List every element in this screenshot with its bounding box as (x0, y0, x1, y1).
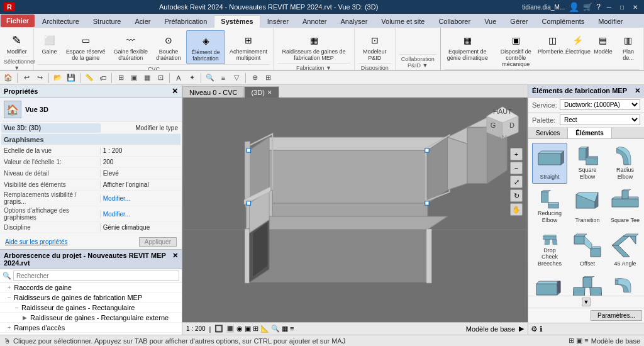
remplacements-value[interactable]: Modifier... (100, 194, 180, 203)
tab-collaborer[interactable]: Collaborer (431, 15, 477, 28)
tab-structure[interactable]: Structure (86, 15, 128, 28)
toolbar-grid[interactable]: ⊞ (262, 72, 274, 84)
dispositif-button[interactable]: ▣ Dispositif de contrôle mécanique (492, 30, 539, 69)
tree-search-input[interactable] (13, 271, 179, 281)
element-breeches[interactable]: Breeches (570, 273, 605, 296)
toolbar-view1[interactable]: ⊞ (115, 72, 126, 84)
toolbar-extra1[interactable]: A (173, 72, 184, 84)
toolbar-measure[interactable]: 📏 (84, 72, 95, 84)
tab-elements[interactable]: Éléments (568, 128, 611, 138)
tab-systemes[interactable]: Systèmes (214, 15, 260, 28)
tab-complements[interactable]: Compléments (535, 15, 591, 28)
properties-close[interactable]: ✕ (172, 87, 178, 96)
element-offset[interactable]: Offset (570, 230, 605, 271)
toolbar-snap[interactable]: ⊕ (249, 72, 260, 84)
vtab-niveau0[interactable]: Niveau 0 - CVC (182, 86, 244, 98)
params-button[interactable]: Paramètres... (591, 310, 642, 321)
ribbon-group-modifier: ✎ Modifier Sélectionner ▼ (0, 28, 34, 70)
element-square-tee[interactable]: Square Tee (608, 186, 643, 227)
element-fabrication-button[interactable]: ◈ Élément de fabrication (186, 30, 225, 64)
info-icon[interactable]: ℹ (540, 325, 543, 333)
toolbar-home[interactable]: 🏠 (3, 72, 14, 84)
toolbar-open[interactable]: 📂 (52, 72, 64, 84)
elements-scroll-down[interactable]: ▼ (528, 296, 644, 308)
minimize-button[interactable]: ─ (604, 4, 614, 11)
tab-acier[interactable]: Acier (128, 15, 157, 28)
tree-item-raidisseur-rect[interactable]: – Raidisseur de gaines - Rectangulaire (0, 303, 182, 313)
rotate-ctrl[interactable]: ↻ (510, 189, 523, 202)
modifier-button[interactable]: ✎ Modifier (6, 30, 28, 57)
vtab-3d[interactable]: (3D) ✕ (244, 86, 279, 98)
modeleur-button[interactable]: ⊡ Modeleur P&ID (358, 30, 391, 63)
toolbar-layers[interactable]: ≡ (218, 72, 229, 84)
gaine-button[interactable]: ⬜ Gaine (38, 30, 60, 57)
tab-services[interactable]: Services (528, 128, 568, 138)
gaine-flexible-button[interactable]: 〰 Gaine flexible d'aération (111, 30, 151, 63)
espace-reserve-button[interactable]: ▭ Espace réservé de la gaine (63, 30, 108, 63)
tab-annoter[interactable]: Annoter (296, 15, 334, 28)
aide-properties-link[interactable]: Aide sur les propriétés (3, 237, 70, 247)
toolbar-extra2[interactable]: ✦ (186, 72, 197, 84)
fit-view-ctrl[interactable]: ⤢ (510, 176, 523, 188)
zoom-in-ctrl[interactable]: + (510, 148, 523, 160)
equipement-button[interactable]: ▦ Equipement de génie climatique (445, 30, 491, 63)
vp-scroll-right[interactable]: ▶ (519, 325, 524, 333)
tab-modifier[interactable]: Modifier (591, 15, 630, 28)
element-straight[interactable]: Straight (532, 143, 567, 184)
tree-item-rampes[interactable]: + Rampes d'accès (0, 323, 182, 333)
toolbar-undo[interactable]: ↩ (21, 72, 32, 84)
tab-inserer[interactable]: Insérer (260, 15, 296, 28)
element-end-cap[interactable]: End Cap (532, 273, 567, 296)
toolbar-view4[interactable]: ⊡ (155, 72, 166, 84)
pan-ctrl[interactable]: ✋ (510, 203, 523, 216)
toolbar-redo[interactable]: ↪ (34, 72, 45, 84)
element-transition[interactable]: Transition (570, 186, 605, 227)
tree-item-raccords[interactable]: + Raccords de gaine (0, 282, 182, 293)
tab-gerer[interactable]: Gérer (503, 15, 535, 28)
raidisseurs-button[interactable]: ▦ Raidisseurs de gaines de fabrication M… (277, 30, 350, 63)
tree-item-raidisseurs[interactable]: – Raidisseurs de gaines de fabrication M… (0, 293, 182, 303)
vtab-close-icon[interactable]: ✕ (267, 89, 272, 96)
tab-analyser[interactable]: Analyser (334, 15, 375, 28)
tab-architecture[interactable]: Architecture (35, 15, 86, 28)
prop-discipline-row: Discipline Génie climatique (1, 222, 180, 233)
electrique-button[interactable]: ⚡ Électrique (567, 30, 589, 57)
tab-vue[interactable]: Vue (477, 15, 503, 28)
element-radius-elbow[interactable]: Radius Elbow (608, 143, 643, 184)
modele-button[interactable]: ▤ Modèle (592, 30, 614, 57)
element-reducing-elbow[interactable]: Reducing Elbow (532, 186, 567, 227)
acheminement-button[interactable]: ⊞ Acheminement multipoint (228, 30, 270, 63)
tab-volume[interactable]: Volume et site (374, 15, 431, 28)
toolbar-filter[interactable]: ▽ (231, 72, 242, 84)
tab-prefabrication[interactable]: Préfabrication (157, 15, 214, 28)
tree-item-raidisseur-ext[interactable]: ▶ Raidisseur de gaines - Rectangulaire e… (0, 313, 182, 323)
settings-icon[interactable]: ⚙ (531, 325, 538, 333)
element-45-angle[interactable]: 45 Angle (608, 230, 643, 271)
toolbar-tag[interactable]: 🏷 (97, 72, 108, 84)
scroll-down-icon[interactable]: ▼ (582, 298, 591, 306)
toolbar-view3[interactable]: ▦ (142, 72, 153, 84)
user-avatar-icon: 👤 (569, 2, 579, 12)
nav-cube[interactable]: HAUT G D ↑N (484, 104, 521, 142)
plan-button[interactable]: ▥ Plan de... (617, 30, 640, 63)
plomberie-button[interactable]: ◫ Plomberie... (541, 30, 564, 57)
options-value[interactable]: Modifier... (100, 210, 180, 218)
element-radius-offset[interactable]: Radius Offset (608, 273, 643, 296)
tree-close[interactable]: ✕ (172, 252, 178, 267)
maximize-button[interactable]: □ (618, 4, 626, 11)
svg-marker-71 (536, 284, 557, 295)
modify-type-link[interactable]: Modifier le type (100, 124, 180, 132)
toolbar-zoom-in[interactable]: 🔍 (204, 72, 216, 84)
toolbar-view2[interactable]: ▣ (128, 72, 140, 84)
element-drop-cheek[interactable]: Drop Cheek Breeches (532, 230, 567, 271)
bouche-aeration-button[interactable]: ⊙ Bouche d'aération (153, 30, 184, 63)
toolbar-save[interactable]: 💾 (65, 72, 77, 84)
tab-fichier[interactable]: Fichier (1, 14, 35, 27)
zoom-out-ctrl[interactable]: − (510, 162, 523, 174)
fab-panel-close[interactable]: ✕ (635, 87, 640, 95)
palette-select[interactable]: Rect (560, 114, 640, 125)
close-button[interactable]: ✕ (630, 4, 640, 11)
element-square-elbow[interactable]: Square Elbow (570, 143, 605, 184)
service-select[interactable]: Ductwork: (1000PA) (560, 99, 640, 110)
appliquer-button[interactable]: Appliquer (139, 237, 177, 247)
